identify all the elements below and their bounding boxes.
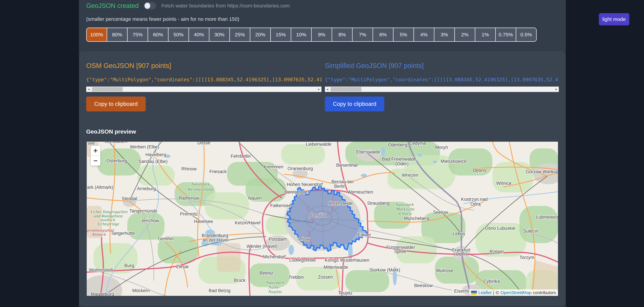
osm-geojson-title: OSM GeoJSON [907 points] <box>86 62 171 70</box>
svg-text:Wolmirstedt: Wolmirstedt <box>89 268 113 272</box>
ukraine-flag-icon <box>471 291 477 295</box>
status-text: GeoJSON created <box>86 2 138 10</box>
svg-text:Friesack: Friesack <box>210 169 227 174</box>
pct-7[interactable]: 7% <box>352 28 373 41</box>
osm-copy-button[interactable]: Copy to clipboard <box>86 96 146 112</box>
svg-text:Brück: Brück <box>234 278 246 283</box>
svg-text:Havelsee: Havelsee <box>194 219 213 224</box>
pct-10[interactable]: 10% <box>291 28 312 41</box>
svg-text:Lubniewice: Lubniewice <box>536 214 558 220</box>
svg-text:Seelow: Seelow <box>433 210 448 215</box>
svg-text:Stendal: Stendal <box>122 196 137 201</box>
svg-text:Michendorf: Michendorf <box>263 254 286 259</box>
map-canvas[interactable]: see Seehausen Werben (Elbe) Havelberg Os… <box>87 142 558 296</box>
simplified-geojson-title: Simplified GeoJSON [907 points] <box>325 62 424 70</box>
svg-text:Erkner: Erkner <box>358 232 371 237</box>
svg-text:Hennigsdorf: Hennigsdorf <box>284 190 309 194</box>
svg-text:Zossen: Zossen <box>318 274 333 280</box>
osm-json-scrollbar[interactable]: ◄ ► <box>86 86 322 92</box>
scroll-left-icon[interactable]: ◄ <box>325 86 330 92</box>
svg-text:Beeskow: Beeskow <box>414 283 433 288</box>
pct-8[interactable]: 8% <box>332 28 352 41</box>
water-boundaries-toggle[interactable] <box>144 2 156 10</box>
leaflet-link[interactable]: Leaflet <box>478 290 492 295</box>
svg-text:(Oder): (Oder) <box>395 161 408 166</box>
pct-30[interactable]: 30% <box>210 28 230 41</box>
svg-text:Teltow: Teltow <box>297 237 310 242</box>
svg-text:Biesenthal: Biesenthal <box>336 163 358 168</box>
pct-15[interactable]: 15% <box>271 28 291 41</box>
pct-20[interactable]: 20% <box>250 28 271 41</box>
svg-text:Oranienburg: Oranienburg <box>288 166 313 171</box>
svg-text:Fehrbellin: Fehrbellin <box>231 154 251 159</box>
svg-text:Tangerhütte: Tangerhütte <box>111 231 135 236</box>
pct-80[interactable]: 80% <box>107 28 128 41</box>
simplified-geojson-text: {"type":"MultiPolygon","coordinates":[[[… <box>325 77 559 82</box>
svg-text:Trebbin: Trebbin <box>288 275 304 280</box>
svg-text:Ośno Lubuskie: Ośno Lubuskie <box>485 226 515 231</box>
pct-9[interactable]: 9% <box>312 28 332 41</box>
svg-text:Nauen: Nauen <box>248 196 262 201</box>
map-container[interactable]: see Seehausen Werben (Elbe) Havelberg Os… <box>87 142 558 296</box>
svg-text:Rhinow: Rhinow <box>181 166 197 172</box>
svg-text:Potsdam: Potsdam <box>269 237 287 242</box>
pct-60[interactable]: 60% <box>148 28 168 41</box>
simplified-json-scrollbar[interactable]: ◄ ► <box>325 86 559 92</box>
pct-3[interactable]: 3% <box>434 28 455 41</box>
svg-text:Osterburg: Osterburg <box>106 158 127 163</box>
svg-text:Ziesar: Ziesar <box>176 264 189 269</box>
svg-text:Havelberg: Havelberg <box>145 152 166 157</box>
svg-text:Moryń: Moryń <box>435 145 448 150</box>
simplified-copy-button[interactable]: Copy to clipboard <box>325 96 384 112</box>
status-row: GeoJSON created Fetch water boundaries f… <box>86 2 290 10</box>
svg-text:Spree: Spree <box>394 249 406 254</box>
pct-1[interactable]: 1% <box>475 28 496 41</box>
svg-text:Odrą: Odrą <box>470 202 481 206</box>
svg-text:Rathenow: Rathenow <box>179 196 199 201</box>
svg-text:see: see <box>88 142 95 146</box>
toggle-knob-icon <box>144 3 150 9</box>
svg-text:Nieplitz: Nieplitz <box>268 289 282 294</box>
scroll-left-icon[interactable]: ◄ <box>86 86 91 92</box>
pct-0-5[interactable]: 0.5% <box>516 28 536 41</box>
svg-text:Wriezen: Wriezen <box>402 172 418 178</box>
svg-text:Westhavelland: Westhavelland <box>188 187 213 192</box>
svg-text:Genthin: Genthin <box>158 236 174 241</box>
svg-text:Strausberg: Strausberg <box>367 201 390 206</box>
map-zoom-control: + − <box>90 146 100 166</box>
pct-5[interactable]: 5% <box>394 28 414 41</box>
pct-50[interactable]: 50% <box>168 28 189 41</box>
openstreetmap-link[interactable]: OpenStreetMap <box>500 290 532 295</box>
scrollbar-thumb[interactable] <box>92 87 123 92</box>
pct-100[interactable]: 100% <box>87 28 107 41</box>
svg-text:Kremmen: Kremmen <box>264 164 283 170</box>
pct-75[interactable]: 75% <box>128 28 148 41</box>
preview-title: GeoJSON preview <box>86 128 136 135</box>
svg-text:Müncheberg: Müncheberg <box>404 216 429 221</box>
pct-25[interactable]: 25% <box>230 28 250 41</box>
svg-text:Beelitz: Beelitz <box>260 270 273 276</box>
svg-text:Dębno: Dębno <box>472 168 486 173</box>
pct-6[interactable]: 6% <box>373 28 394 41</box>
svg-text:Uchtspringe: Uchtspringe <box>98 222 119 226</box>
svg-text:Hohen Neuendorf: Hohen Neuendorf <box>287 182 323 187</box>
pct-4[interactable]: 4% <box>414 28 434 41</box>
svg-text:Werneuchen: Werneuchen <box>347 190 373 194</box>
svg-text:Cybinka: Cybinka <box>483 279 500 284</box>
light-mode-button[interactable]: light mode <box>599 13 629 25</box>
contributors-text: contributors <box>533 290 556 295</box>
pct-2[interactable]: 2% <box>455 28 475 41</box>
svg-text:Nuthe-: Nuthe- <box>268 285 280 290</box>
svg-text:Bernau bei: Bernau bei <box>332 179 354 184</box>
svg-text:Naturpark: Naturpark <box>191 182 210 186</box>
scroll-right-icon[interactable]: ► <box>316 86 322 92</box>
svg-text:Mittenwalde: Mittenwalde <box>324 265 348 270</box>
pct-40[interactable]: 40% <box>189 28 210 41</box>
map-attribution: Leaflet | © OpenStreetMap contributors <box>469 290 558 296</box>
zoom-in-button[interactable]: + <box>90 146 100 156</box>
pct-0-75[interactable]: 0.75% <box>496 28 516 41</box>
zoom-out-button[interactable]: − <box>90 156 100 166</box>
scrollbar-thumb[interactable] <box>330 87 362 92</box>
scroll-right-icon[interactable]: ► <box>554 86 559 92</box>
simplified-geojson-column: Simplified GeoJSON [907 points] {"type":… <box>325 52 559 122</box>
